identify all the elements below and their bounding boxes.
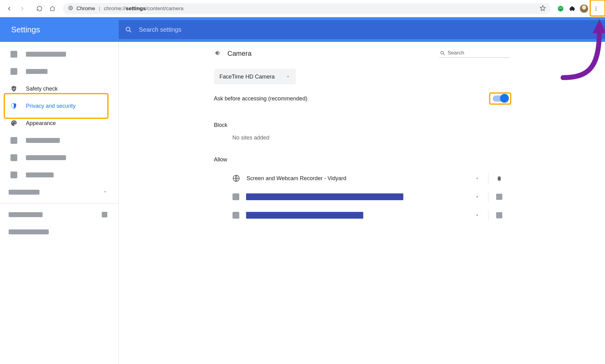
page-back-button[interactable] [214, 49, 221, 58]
sidebar-item-placeholder-6[interactable] [0, 206, 118, 223]
site-name-placeholder [246, 193, 403, 200]
url-suffix: /content/camera [146, 6, 183, 12]
sidebar-item-label: Safety check [26, 86, 58, 92]
site-delete-button[interactable] [488, 209, 510, 221]
browser-toolbar: Chrome | chrome://settings/content/camer… [0, 0, 605, 17]
reload-button[interactable] [34, 3, 45, 14]
annotation-highlight-toggle [490, 94, 510, 103]
open-in-new-icon [102, 212, 107, 217]
svg-point-15 [441, 51, 443, 54]
local-search[interactable]: Search [439, 50, 510, 58]
block-no-sites-text: No sites added [214, 135, 510, 141]
svg-point-8 [596, 6, 597, 7]
annotation-highlight-privacy [5, 94, 107, 118]
svg-point-13 [14, 121, 14, 122]
extensions-puzzle-icon[interactable] [567, 4, 577, 14]
settings-title: Settings [0, 25, 119, 34]
allow-section-heading: Allow [214, 156, 510, 163]
sidebar-item-placeholder-1[interactable] [0, 46, 118, 63]
allow-site-row-2[interactable] [214, 188, 510, 206]
dropdown-value: FaceTime HD Camera [220, 74, 275, 80]
sidebar-item-label: Appearance [26, 120, 56, 127]
globe-icon [233, 175, 240, 182]
sidebar-item-advanced[interactable] [0, 184, 118, 201]
url-app-label: Chrome [76, 6, 95, 12]
forward-button[interactable] [17, 3, 28, 14]
home-button[interactable] [47, 3, 58, 14]
sidebar-item-placeholder-2[interactable] [0, 63, 118, 80]
svg-point-6 [559, 8, 560, 8]
site-icon-placeholder [233, 193, 239, 200]
bookmark-star-icon[interactable] [540, 5, 546, 13]
address-bar[interactable]: Chrome | chrome://settings/content/camer… [63, 3, 551, 14]
site-expand-button[interactable] [467, 172, 488, 184]
site-delete-button[interactable] [488, 191, 510, 203]
ask-before-accessing-toggle[interactable] [493, 95, 508, 102]
svg-point-10 [596, 10, 597, 11]
svg-point-3 [558, 6, 563, 11]
site-icon-placeholder [233, 212, 239, 219]
ask-before-accessing-label: Ask before accessing (recommended) [214, 95, 307, 102]
url-prefix: chrome:// [104, 6, 126, 12]
allow-site-row-3[interactable] [214, 206, 510, 224]
profile-avatar[interactable] [579, 4, 589, 14]
chevron-down-icon [286, 75, 290, 79]
site-name-placeholder [246, 212, 363, 219]
main-content: Camera Search FaceTime HD Camera Ask bef… [119, 42, 605, 364]
site-delete-button[interactable] [488, 172, 510, 184]
sidebar-item-placeholder-3[interactable] [0, 132, 118, 149]
page-title: Camera [228, 50, 252, 58]
more-menu-button[interactable] [591, 3, 601, 14]
search-icon [125, 26, 132, 33]
block-section-heading: Block [214, 122, 510, 128]
svg-point-12 [12, 122, 13, 123]
chrome-icon [68, 5, 73, 12]
settings-header: Settings [0, 17, 605, 42]
url-bold: settings [126, 6, 146, 12]
sidebar-item-placeholder-4[interactable] [0, 149, 118, 166]
svg-point-11 [126, 27, 130, 31]
search-settings-input[interactable] [139, 26, 605, 33]
palette-icon [10, 120, 17, 127]
chevron-down-icon [103, 189, 107, 196]
allow-site-row-1[interactable]: Screen and Webcam Recorder - Vidyard [214, 169, 510, 188]
extension-icon-1[interactable] [556, 4, 566, 14]
settings-sidebar: Safety check Privacy and security Appear… [0, 42, 119, 364]
shield-check-icon [10, 85, 17, 92]
svg-point-7 [561, 8, 562, 8]
back-button[interactable] [4, 3, 15, 14]
search-settings-box[interactable] [119, 20, 605, 39]
camera-select-dropdown[interactable]: FaceTime HD Camera [214, 69, 296, 84]
sidebar-item-placeholder-7[interactable] [0, 223, 118, 241]
allow-site-name: Screen and Webcam Recorder - Vidyard [247, 175, 347, 182]
svg-point-9 [596, 8, 597, 9]
site-expand-button[interactable] [467, 191, 488, 203]
svg-point-14 [15, 122, 16, 123]
sidebar-item-placeholder-5[interactable] [0, 166, 118, 184]
site-expand-button[interactable] [467, 209, 488, 221]
svg-point-2 [70, 7, 72, 9]
search-icon [440, 50, 445, 56]
local-search-placeholder: Search [448, 50, 464, 56]
